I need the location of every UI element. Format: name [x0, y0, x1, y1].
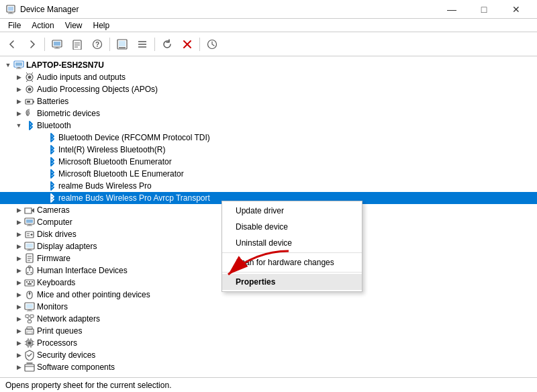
- root-expand[interactable]: ▼: [3, 60, 13, 70]
- menu-file[interactable]: File: [3, 19, 26, 32]
- print-expand[interactable]: ▶: [13, 326, 24, 336]
- computer-icon: [13, 60, 24, 70]
- tree-audio-processing[interactable]: ▶ Audio Processing Objects (APOs): [0, 83, 537, 95]
- refresh-button[interactable]: [158, 35, 177, 54]
- bt-ms-le-icon: [46, 168, 56, 179]
- context-sep-2: [222, 272, 362, 273]
- hid-expand[interactable]: ▶: [13, 265, 24, 276]
- stop-button[interactable]: [178, 35, 197, 54]
- bluetooth-folder-icon: [24, 120, 35, 131]
- tree-network[interactable]: ▶ Network adapters: [0, 313, 537, 325]
- audio-inputs-expand[interactable]: ▶: [13, 72, 24, 83]
- bt-ms-enum-label: Microsoft Bluetooth Enumerator: [58, 157, 172, 166]
- context-uninstall-device[interactable]: Uninstall device: [222, 235, 362, 251]
- svg-rect-2: [9, 12, 12, 13]
- context-scan-hardware[interactable]: Scan for hardware changes: [222, 254, 362, 271]
- window-controls: — □ ✕: [436, 0, 532, 19]
- disable-device-label: Disable device: [236, 222, 288, 232]
- batteries-expand[interactable]: ▶: [13, 96, 24, 107]
- security-expand[interactable]: ▶: [13, 350, 24, 360]
- keyboards-icon: [24, 277, 35, 288]
- close-button[interactable]: ✕: [501, 0, 532, 19]
- bt-ms-enum-icon: [46, 156, 56, 167]
- svg-rect-58: [32, 281, 33, 283]
- bluetooth-expand[interactable]: ▼: [13, 120, 24, 131]
- tree-print[interactable]: ▶ Print queues: [0, 325, 537, 337]
- tree-bt-realme-buds[interactable]: ▶ realme Buds Wireless Pro: [0, 180, 537, 192]
- context-properties[interactable]: Properties: [222, 274, 362, 290]
- firmware-expand[interactable]: ▶: [13, 253, 24, 264]
- tree-software[interactable]: ▶ Software components: [0, 361, 537, 373]
- status-text: Opens property sheet for the current sel…: [5, 381, 171, 390]
- menu-help[interactable]: Help: [88, 19, 115, 32]
- network-icon: [24, 313, 35, 324]
- bt-intel-label: Intel(R) Wireless Bluetooth(R): [58, 145, 165, 154]
- properties-button[interactable]: [68, 35, 87, 54]
- hid-label: Human Interface Devices: [37, 266, 128, 275]
- svg-rect-56: [26, 281, 28, 283]
- help-button[interactable]: ?: [88, 35, 107, 54]
- tree-monitors[interactable]: ▶ Monitors: [0, 301, 537, 313]
- audio-inputs-label: Audio inputs and outputs: [37, 72, 126, 82]
- tree-audio-inputs[interactable]: ▶ Audio inputs and outputs: [0, 71, 537, 83]
- svg-rect-64: [26, 304, 33, 308]
- display-expand[interactable]: ▶: [13, 241, 24, 252]
- scan-button[interactable]: [113, 35, 132, 54]
- menu-view[interactable]: View: [60, 19, 88, 32]
- tree-security[interactable]: ▶ Security devices: [0, 349, 537, 361]
- processors-expand[interactable]: ▶: [13, 338, 24, 348]
- svg-point-52: [28, 272, 29, 273]
- context-disable-device[interactable]: Disable device: [222, 219, 362, 235]
- monitors-expand[interactable]: ▶: [13, 301, 24, 312]
- toolbar-sep-2: [109, 38, 110, 51]
- security-label: Security devices: [37, 350, 95, 360]
- biometric-icon: [24, 108, 35, 119]
- tree-biometric[interactable]: ▶ Biometric devices: [0, 107, 537, 119]
- tree-bt-ms-enum[interactable]: ▶ Microsoft Bluetooth Enumerator: [0, 156, 537, 168]
- tree-bt-rfcomm[interactable]: ▶ Bluetooth Device (RFCOMM Protocol TDI): [0, 132, 537, 144]
- bt-rfcomm-icon: [46, 132, 56, 143]
- svg-rect-32: [33, 101, 34, 103]
- biometric-expand[interactable]: ▶: [13, 108, 24, 119]
- toolbar-sep-4: [199, 38, 200, 51]
- mice-expand[interactable]: ▶: [13, 289, 24, 300]
- forward-button[interactable]: [23, 35, 42, 54]
- list-button[interactable]: [133, 35, 152, 54]
- keyboards-expand[interactable]: ▶: [13, 277, 24, 288]
- firmware-label: Firmware: [37, 254, 70, 263]
- network-expand[interactable]: ▶: [13, 313, 24, 324]
- window-title: Device Manager: [20, 5, 436, 14]
- audio-proc-expand[interactable]: ▶: [13, 84, 24, 95]
- minimize-button[interactable]: —: [436, 0, 467, 19]
- toolbar: ?: [0, 32, 537, 56]
- status-bar: Opens property sheet for the current sel…: [0, 377, 537, 392]
- svg-rect-69: [28, 320, 32, 323]
- svg-rect-57: [29, 281, 30, 283]
- tree-batteries[interactable]: ▶ Batteries: [0, 95, 537, 107]
- svg-rect-55: [25, 280, 34, 286]
- maximize-button[interactable]: □: [469, 0, 499, 19]
- svg-rect-5: [54, 42, 60, 46]
- computer-expand[interactable]: ▶: [13, 217, 24, 228]
- menu-action[interactable]: Action: [26, 19, 59, 32]
- batteries-label: Batteries: [37, 97, 68, 106]
- bt-realme-icon: [46, 181, 56, 191]
- svg-point-30: [28, 88, 32, 91]
- tree-bluetooth[interactable]: ▼ Bluetooth: [0, 119, 537, 132]
- software-expand[interactable]: ▶: [13, 362, 24, 373]
- disk-expand[interactable]: ▶: [13, 229, 24, 240]
- device-manager-button[interactable]: [48, 35, 66, 54]
- svg-rect-85: [25, 364, 34, 371]
- svg-rect-44: [28, 249, 31, 250]
- context-update-driver[interactable]: Update driver: [222, 203, 362, 219]
- cameras-expand[interactable]: ▶: [13, 205, 24, 215]
- tree-processors[interactable]: ▶ Processors: [0, 337, 537, 349]
- update-button[interactable]: [203, 35, 222, 54]
- print-label: Print queues: [37, 326, 82, 336]
- tree-bt-ms-le[interactable]: ▶ Microsoft Bluetooth LE Enumerator: [0, 168, 537, 180]
- tree-root[interactable]: ▼ LAPTOP-ESH2SN7U: [0, 59, 537, 71]
- back-button[interactable]: [3, 35, 21, 54]
- svg-rect-45: [27, 250, 32, 251]
- tree-bt-intel[interactable]: ▶ Intel(R) Wireless Bluetooth(R): [0, 144, 537, 156]
- svg-rect-6: [56, 47, 58, 48]
